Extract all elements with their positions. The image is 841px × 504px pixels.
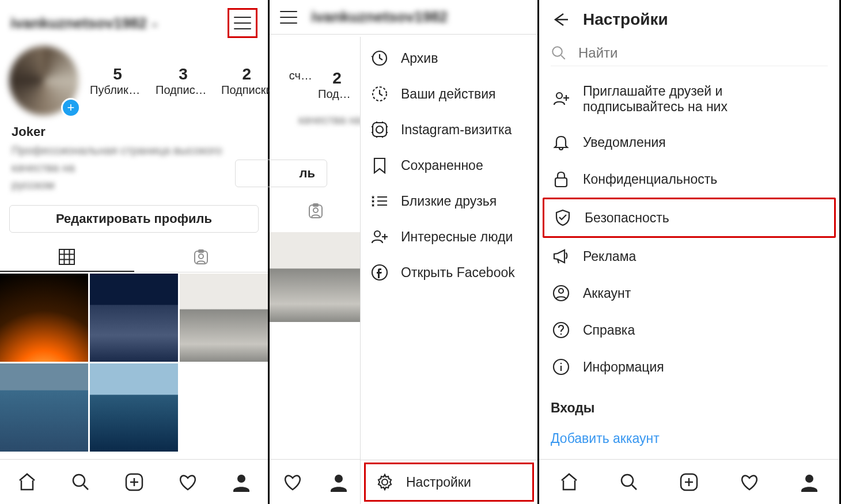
drawer-item-discover[interactable]: Интересные люди <box>361 219 537 255</box>
search-icon <box>551 45 567 61</box>
stat-followers-count: 3 <box>156 65 211 84</box>
settings-item-shield[interactable]: Безопасность <box>543 198 836 238</box>
post-empty <box>180 363 268 452</box>
back-icon[interactable] <box>551 10 569 29</box>
settings-item-bell[interactable]: Уведомления <box>543 124 836 161</box>
settings-item-info[interactable]: Информация <box>543 348 836 385</box>
profile-avatar[interactable]: + <box>9 46 78 115</box>
stat-followers[interactable]: 3 Подписч… <box>156 65 211 97</box>
side-drawer: АрхивВаши действияInstagram-визиткаСохра… <box>360 37 537 504</box>
search-icon[interactable] <box>619 472 639 492</box>
drawer-item-facebook[interactable]: Открыть Facebook <box>361 255 537 290</box>
profile-fragment: сч… 2Подписки качества на ль <box>270 35 362 322</box>
settings-item-label: Аккаунт <box>583 286 631 301</box>
stat-following-label: Подписки <box>221 84 272 97</box>
menu-button[interactable] <box>228 8 257 38</box>
home-icon[interactable] <box>17 472 37 492</box>
lock-icon <box>552 170 570 188</box>
help-icon <box>552 321 570 339</box>
shield-icon <box>554 209 572 227</box>
profile-tab-icon[interactable] <box>329 472 348 492</box>
username-text: ivankuznetsov1982 <box>10 14 147 32</box>
hamburger-icon[interactable] <box>280 11 297 24</box>
closefriends-icon <box>371 192 388 210</box>
posts-grid <box>0 274 268 452</box>
tab-tagged[interactable] <box>134 243 268 272</box>
bell-icon <box>552 133 570 151</box>
drawer-item-label: Настройки <box>406 475 471 490</box>
bottom-nav-fragment <box>270 459 362 504</box>
display-name: Joker <box>12 124 256 139</box>
search-input[interactable] <box>578 45 828 61</box>
tab-grid[interactable] <box>0 243 134 272</box>
gear-icon <box>376 473 393 491</box>
activity-heart-icon[interactable] <box>740 472 759 492</box>
activity-heart-icon[interactable] <box>178 472 198 492</box>
drawer-item-archive[interactable]: Архив <box>361 40 537 76</box>
post-thumbnail[interactable] <box>180 274 268 362</box>
settings-item-lock[interactable]: Конфиденциальность <box>543 161 836 198</box>
drawer-item-label: Ваши действия <box>401 86 495 102</box>
new-post-icon[interactable] <box>679 472 699 492</box>
settings-item-label: Уведомления <box>583 135 666 150</box>
ads-icon <box>552 247 570 266</box>
post-thumbnail[interactable] <box>0 363 88 452</box>
activity-icon <box>371 85 388 103</box>
settings-item-help[interactable]: Справка <box>543 312 836 348</box>
bio-line: Профессиональная страница высокого качес… <box>12 142 256 176</box>
drawer-item-label: Instagram-визитка <box>401 122 512 138</box>
chevron-down-icon: ⌄ <box>150 17 159 29</box>
drawer-item-nametag[interactable]: Instagram-визитка <box>361 112 537 147</box>
drawer-item-saved[interactable]: Сохраненное <box>361 147 537 183</box>
drawer-item-activity[interactable]: Ваши действия <box>361 76 537 112</box>
settings-item-label: Реклама <box>583 249 636 264</box>
post-thumbnail[interactable] <box>0 274 88 362</box>
post-thumbnail[interactable] <box>90 274 178 362</box>
drawer-item-label: Сохраненное <box>401 158 483 173</box>
drawer-item-label: Открыть Facebook <box>401 265 515 281</box>
settings-screen: Настройки Приглашайте друзей и подписыва… <box>539 0 841 504</box>
settings-item-ads[interactable]: Реклама <box>543 238 836 275</box>
settings-item-account[interactable]: Аккаунт <box>543 275 836 312</box>
svg-line-42 <box>561 55 565 59</box>
profile-tab-icon[interactable] <box>232 472 251 492</box>
settings-item-invite[interactable]: Приглашайте друзей и подписывайтесь на н… <box>543 74 836 124</box>
stat-posts-count: 5 <box>90 65 145 84</box>
drawer-screen: ivankuznetsov1982 сч… 2Подписки качества… <box>270 0 539 504</box>
nametag-icon <box>371 121 388 138</box>
home-icon[interactable] <box>559 472 579 492</box>
section-heading-logins: Входы <box>539 388 839 420</box>
hamburger-icon <box>234 17 251 29</box>
drawer-item-closefriends[interactable]: Близкие друзья <box>361 183 537 219</box>
search-icon[interactable] <box>71 472 90 492</box>
grid-icon <box>59 249 75 265</box>
drawer-item-label: Архив <box>401 51 438 66</box>
facebook-icon <box>371 264 388 281</box>
stat-posts[interactable]: 5 Публика… <box>90 65 145 97</box>
discover-icon <box>371 228 388 245</box>
profile-tab-icon[interactable] <box>800 472 819 492</box>
stat-following-count: 2 <box>221 65 272 84</box>
account-icon <box>552 284 570 302</box>
svg-point-41 <box>552 47 562 56</box>
username-dropdown[interactable]: ivankuznetsov1982 ⌄ <box>10 14 159 32</box>
settings-item-label: Безопасность <box>585 210 669 226</box>
bottom-nav <box>0 459 268 504</box>
stat-followers-label: Подписч… <box>156 84 211 97</box>
profile-screen: ivankuznetsov1982 ⌄ + 5 Публика… 3 Подпи… <box>0 0 270 504</box>
add-account-link[interactable]: Добавить аккаунт <box>539 420 839 457</box>
saved-icon <box>371 157 388 174</box>
add-story-badge[interactable]: + <box>61 98 81 118</box>
post-thumbnail[interactable] <box>90 363 178 452</box>
settings-item-label: Конфиденциальность <box>583 172 717 187</box>
page-title: Настройки <box>583 10 668 29</box>
edit-profile-button[interactable]: Редактировать профиль <box>9 205 259 233</box>
stat-following[interactable]: 2 Подписки <box>221 65 272 97</box>
invite-icon <box>552 90 570 108</box>
drawer-item-settings[interactable]: Настройки <box>364 463 534 502</box>
info-icon <box>552 358 570 376</box>
activity-heart-icon[interactable] <box>283 472 302 492</box>
tagged-icon <box>308 203 324 219</box>
settings-search[interactable] <box>551 45 828 66</box>
new-post-icon[interactable] <box>124 472 144 492</box>
